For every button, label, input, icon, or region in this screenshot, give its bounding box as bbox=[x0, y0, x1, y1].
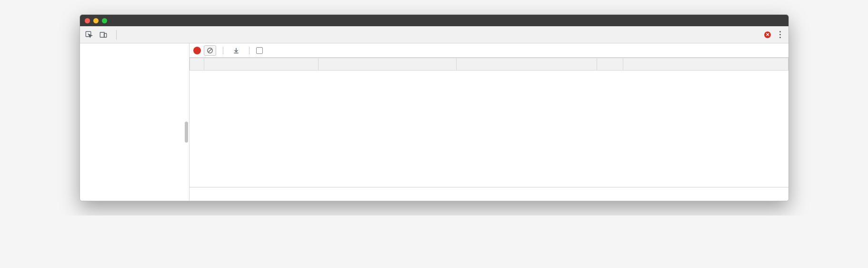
events-table bbox=[190, 58, 788, 71]
clear-button[interactable] bbox=[204, 45, 216, 56]
devtools-window: ✕ bbox=[80, 14, 789, 201]
download-button[interactable] bbox=[230, 44, 242, 57]
error-count-badge[interactable]: ✕ bbox=[764, 31, 773, 38]
window-controls bbox=[80, 18, 107, 23]
events-toolbar bbox=[190, 43, 788, 58]
device-toolbar-button[interactable] bbox=[97, 29, 110, 41]
close-window-button[interactable] bbox=[85, 18, 90, 23]
col-header-instance-id[interactable] bbox=[623, 58, 788, 71]
col-header-timestamp[interactable] bbox=[204, 58, 318, 71]
record-button[interactable] bbox=[193, 47, 201, 54]
main-tabbar: ✕ bbox=[80, 26, 788, 43]
devices-icon bbox=[99, 31, 108, 39]
application-sidebar bbox=[80, 43, 190, 201]
zoom-window-button[interactable] bbox=[102, 18, 107, 23]
sidebar-section-frames bbox=[80, 59, 189, 66]
more-menu-button[interactable] bbox=[777, 29, 784, 40]
error-icon: ✕ bbox=[764, 31, 771, 38]
titlebar bbox=[80, 15, 788, 26]
col-header-event[interactable] bbox=[318, 58, 456, 71]
separator bbox=[116, 30, 117, 40]
sidebar-scrollbar-thumb[interactable] bbox=[185, 122, 188, 143]
main-panel bbox=[190, 43, 788, 201]
detail-pane-placeholder bbox=[190, 187, 788, 201]
col-header-origin[interactable] bbox=[456, 58, 597, 71]
minimize-window-button[interactable] bbox=[93, 18, 99, 23]
col-header-sw-scope[interactable] bbox=[597, 58, 623, 71]
events-table-wrap bbox=[190, 58, 788, 187]
table-header-row bbox=[190, 58, 788, 71]
sidebar-section-background-services bbox=[80, 48, 189, 56]
show-other-domains-checkbox[interactable] bbox=[256, 47, 263, 54]
download-icon bbox=[232, 47, 240, 54]
no-symbol-icon bbox=[207, 47, 213, 54]
separator bbox=[249, 47, 249, 54]
svg-line-4 bbox=[208, 49, 211, 52]
separator bbox=[223, 47, 223, 54]
pointer-icon bbox=[85, 31, 93, 39]
col-header-number[interactable] bbox=[190, 58, 204, 71]
inspect-element-button[interactable] bbox=[83, 29, 95, 41]
